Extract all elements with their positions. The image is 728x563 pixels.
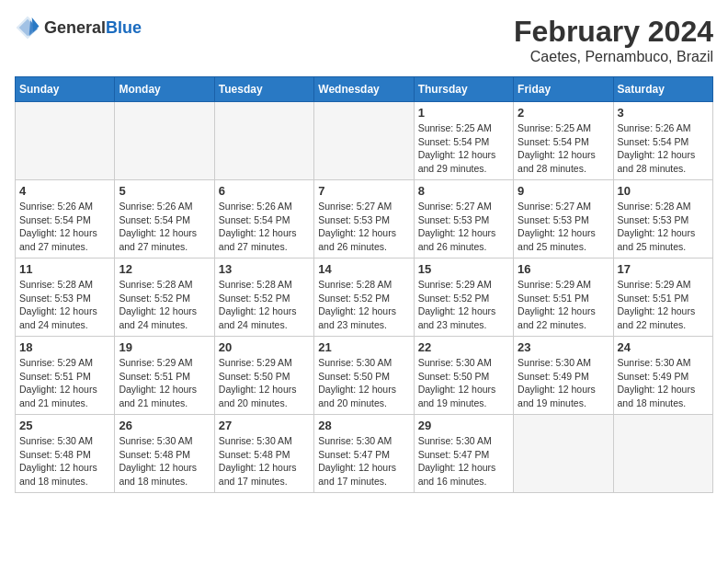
day-info: Sunrise: 5:30 AM Sunset: 5:47 PM Dayligh… [318,434,409,488]
calendar-day-cell: 15Sunrise: 5:29 AM Sunset: 5:52 PM Dayli… [414,259,513,337]
weekday-header: Sunday [16,77,115,102]
day-number: 7 [318,184,409,198]
calendar-day-cell: 28Sunrise: 5:30 AM Sunset: 5:47 PM Dayli… [314,415,414,493]
calendar-week-row: 1Sunrise: 5:25 AM Sunset: 5:54 PM Daylig… [16,102,713,180]
calendar-day-cell: 22Sunrise: 5:30 AM Sunset: 5:50 PM Dayli… [414,337,513,415]
calendar-day-cell: 16Sunrise: 5:29 AM Sunset: 5:51 PM Dayli… [514,259,613,337]
calendar-day-cell: 19Sunrise: 5:29 AM Sunset: 5:51 PM Dayli… [115,337,214,415]
day-number: 3 [618,106,709,120]
day-number: 5 [119,184,210,198]
day-info: Sunrise: 5:28 AM Sunset: 5:52 PM Dayligh… [318,278,409,332]
location-subtitle: Caetes, Pernambuco, Brazil [514,49,713,65]
month-year-title: February 2024 [514,15,713,49]
day-number: 14 [318,262,409,276]
title-block: February 2024 Caetes, Pernambuco, Brazil [514,15,713,65]
day-number: 22 [418,340,509,354]
calendar-day-cell: 10Sunrise: 5:28 AM Sunset: 5:53 PM Dayli… [613,180,712,259]
day-info: Sunrise: 5:29 AM Sunset: 5:51 PM Dayligh… [518,278,609,332]
day-number: 6 [219,184,310,198]
calendar-week-row: 4Sunrise: 5:26 AM Sunset: 5:54 PM Daylig… [16,180,713,259]
day-info: Sunrise: 5:30 AM Sunset: 5:50 PM Dayligh… [318,356,409,410]
calendar-day-cell: 7Sunrise: 5:27 AM Sunset: 5:53 PM Daylig… [314,180,414,259]
calendar-day-cell: 20Sunrise: 5:29 AM Sunset: 5:50 PM Dayli… [214,337,313,415]
day-info: Sunrise: 5:27 AM Sunset: 5:53 PM Dayligh… [418,200,509,254]
calendar-day-cell: 18Sunrise: 5:29 AM Sunset: 5:51 PM Dayli… [16,337,115,415]
day-info: Sunrise: 5:30 AM Sunset: 5:48 PM Dayligh… [219,434,310,488]
calendar-day-cell [514,415,613,493]
day-info: Sunrise: 5:29 AM Sunset: 5:50 PM Dayligh… [219,356,310,410]
weekday-header: Tuesday [214,77,313,102]
day-number: 25 [19,419,110,432]
weekday-header: Saturday [613,77,712,102]
day-info: Sunrise: 5:30 AM Sunset: 5:49 PM Dayligh… [618,356,709,410]
day-number: 26 [119,419,210,432]
day-number: 18 [19,340,110,354]
calendar-day-cell: 21Sunrise: 5:30 AM Sunset: 5:50 PM Dayli… [314,337,414,415]
calendar-day-cell: 13Sunrise: 5:28 AM Sunset: 5:52 PM Dayli… [214,259,313,337]
weekday-header: Monday [115,77,214,102]
calendar-week-row: 18Sunrise: 5:29 AM Sunset: 5:51 PM Dayli… [16,337,713,415]
calendar-day-cell: 4Sunrise: 5:26 AM Sunset: 5:54 PM Daylig… [16,180,115,259]
day-number: 24 [618,340,709,354]
calendar-day-cell [115,102,214,180]
calendar-day-cell: 29Sunrise: 5:30 AM Sunset: 5:47 PM Dayli… [414,415,513,493]
calendar-day-cell: 1Sunrise: 5:25 AM Sunset: 5:54 PM Daylig… [414,102,513,180]
day-info: Sunrise: 5:30 AM Sunset: 5:48 PM Dayligh… [19,434,110,488]
calendar-day-cell: 27Sunrise: 5:30 AM Sunset: 5:48 PM Dayli… [214,415,313,493]
day-info: Sunrise: 5:26 AM Sunset: 5:54 PM Dayligh… [119,200,210,254]
calendar-day-cell: 26Sunrise: 5:30 AM Sunset: 5:48 PM Dayli… [115,415,214,493]
day-info: Sunrise: 5:27 AM Sunset: 5:53 PM Dayligh… [518,200,609,254]
day-info: Sunrise: 5:28 AM Sunset: 5:52 PM Dayligh… [219,278,310,332]
day-info: Sunrise: 5:25 AM Sunset: 5:54 PM Dayligh… [518,121,609,176]
calendar-day-cell: 9Sunrise: 5:27 AM Sunset: 5:53 PM Daylig… [514,180,613,259]
day-info: Sunrise: 5:26 AM Sunset: 5:54 PM Dayligh… [219,200,310,254]
logo-text-general: General [44,18,106,37]
day-number: 28 [318,419,409,432]
logo-text-blue: Blue [106,18,142,37]
calendar-day-cell: 17Sunrise: 5:29 AM Sunset: 5:51 PM Dayli… [613,259,712,337]
weekday-header: Thursday [414,77,513,102]
weekday-header-row: SundayMondayTuesdayWednesdayThursdayFrid… [16,77,713,102]
day-number: 13 [219,262,310,276]
page-header: GeneralBlue February 2024 Caetes, Pernam… [15,15,713,65]
calendar-day-cell: 24Sunrise: 5:30 AM Sunset: 5:49 PM Dayli… [613,337,712,415]
day-info: Sunrise: 5:26 AM Sunset: 5:54 PM Dayligh… [618,121,709,176]
calendar-day-cell [314,102,414,180]
calendar-day-cell: 6Sunrise: 5:26 AM Sunset: 5:54 PM Daylig… [214,180,313,259]
day-number: 12 [119,262,210,276]
calendar-day-cell: 8Sunrise: 5:27 AM Sunset: 5:53 PM Daylig… [414,180,513,259]
day-info: Sunrise: 5:25 AM Sunset: 5:54 PM Dayligh… [418,121,509,176]
calendar-day-cell [613,415,712,493]
day-info: Sunrise: 5:28 AM Sunset: 5:53 PM Dayligh… [618,200,709,254]
day-info: Sunrise: 5:30 AM Sunset: 5:49 PM Dayligh… [518,356,609,410]
calendar-week-row: 25Sunrise: 5:30 AM Sunset: 5:48 PM Dayli… [16,415,713,493]
day-number: 10 [618,184,709,198]
day-info: Sunrise: 5:28 AM Sunset: 5:52 PM Dayligh… [119,278,210,332]
day-info: Sunrise: 5:29 AM Sunset: 5:52 PM Dayligh… [418,278,509,332]
calendar-day-cell: 5Sunrise: 5:26 AM Sunset: 5:54 PM Daylig… [115,180,214,259]
day-info: Sunrise: 5:29 AM Sunset: 5:51 PM Dayligh… [119,356,210,410]
day-number: 21 [318,340,409,354]
calendar-day-cell [16,102,115,180]
day-number: 8 [418,184,509,198]
day-number: 4 [19,184,110,198]
calendar-table: SundayMondayTuesdayWednesdayThursdayFrid… [15,76,713,493]
logo: GeneralBlue [15,15,142,40]
day-number: 11 [19,262,110,276]
calendar-day-cell: 2Sunrise: 5:25 AM Sunset: 5:54 PM Daylig… [514,102,613,180]
day-info: Sunrise: 5:29 AM Sunset: 5:51 PM Dayligh… [618,278,709,332]
day-number: 20 [219,340,310,354]
day-number: 29 [418,419,509,432]
calendar-day-cell: 3Sunrise: 5:26 AM Sunset: 5:54 PM Daylig… [613,102,712,180]
day-number: 16 [518,262,609,276]
calendar-day-cell: 14Sunrise: 5:28 AM Sunset: 5:52 PM Dayli… [314,259,414,337]
day-info: Sunrise: 5:30 AM Sunset: 5:47 PM Dayligh… [418,434,509,488]
day-info: Sunrise: 5:29 AM Sunset: 5:51 PM Dayligh… [19,356,110,410]
logo-icon [15,15,40,40]
day-info: Sunrise: 5:30 AM Sunset: 5:50 PM Dayligh… [418,356,509,410]
day-number: 2 [518,106,609,120]
day-number: 1 [418,106,509,120]
weekday-header: Friday [514,77,613,102]
day-number: 27 [219,419,310,432]
calendar-day-cell: 12Sunrise: 5:28 AM Sunset: 5:52 PM Dayli… [115,259,214,337]
